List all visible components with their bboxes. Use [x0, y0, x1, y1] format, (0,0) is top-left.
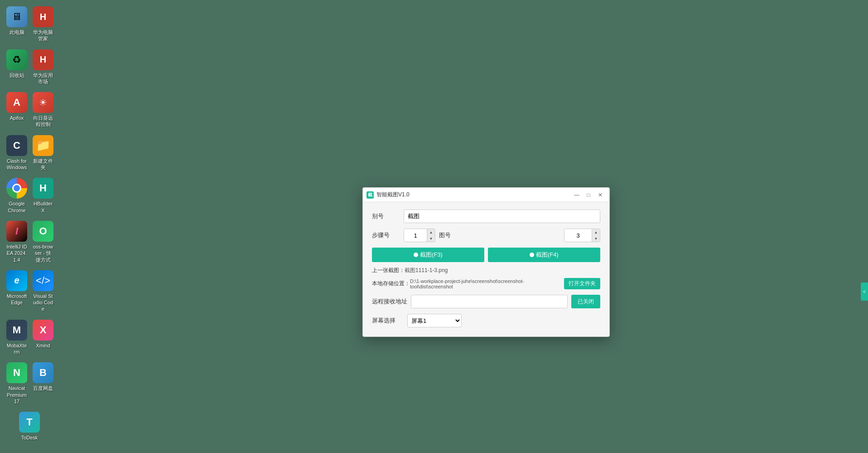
chrome-label: Google Chrome	[6, 200, 27, 214]
intellij-label: IntelliJ IDEA 2024.1.4	[6, 244, 27, 263]
pc-label: 此电脑	[10, 29, 24, 35]
desktop-icon-huawei-mgr[interactable]: H 华为电脑管家	[31, 5, 55, 44]
recycle-label: 回收站	[10, 72, 24, 78]
xmind-label: Xmind	[36, 342, 50, 349]
desktop-icon-edge[interactable]: e Microsoft Edge	[5, 268, 29, 314]
baidu-icon: B	[33, 362, 53, 383]
screenshot-f4-button[interactable]: 截图(F4)	[488, 248, 600, 262]
desktop-icons: 🖥 此电脑 H 华为电脑管家 ♻ 回收站 H 华为应用市场 A Apifox ☀…	[0, 0, 59, 448]
minimize-button[interactable]: —	[571, 190, 582, 200]
vscode-label: Visual Studio Code	[33, 293, 53, 312]
chrome-icon	[6, 178, 27, 199]
hbuilder-label: HBuilder X	[33, 200, 53, 214]
desktop-icon-clash[interactable]: C Clash for Windows	[5, 133, 29, 173]
step-spinner: ▲ ▼	[404, 229, 435, 242]
clash-icon: C	[6, 135, 27, 156]
desktop-icon-vscode[interactable]: </> Visual Studio Code	[31, 268, 55, 314]
last-screenshot-label: 上一张截图：	[372, 267, 405, 274]
folder-icon: 📁	[33, 135, 53, 156]
closed-button[interactable]: 已关闭	[571, 295, 600, 308]
title-bar: 截 智能截图V1.0 — □ ✕	[363, 188, 609, 202]
icon-row-9: T ToDesk	[2, 410, 57, 443]
edge-label: Microsoft Edge	[6, 293, 27, 306]
icon-row-2: A Apifox ☀ 向日葵远程控制	[2, 90, 57, 130]
baidu-label: 百度网盘	[33, 385, 53, 391]
side-arrow-button[interactable]: <	[861, 283, 868, 301]
desktop-icon-folder[interactable]: 📁 新建文件夹	[31, 133, 55, 173]
icon-row-8: N Navicat Premium 17 B 百度网盘	[2, 360, 57, 406]
icon-row-5: I IntelliJ IDEA 2024.1.4 O oss-browser -…	[2, 219, 57, 265]
desktop-icon-chrome[interactable]: Google Chrome	[5, 176, 29, 215]
screenshot-f3-button[interactable]: 截图(F3)	[372, 248, 484, 262]
remote-label: 远程接收地址	[372, 297, 407, 306]
oss-label: oss-browser - 快捷方式	[33, 244, 53, 263]
alias-row: 别号	[372, 209, 600, 223]
pc-icon: 🖥	[6, 6, 27, 27]
desktop-icon-recycle[interactable]: ♻ 回收站	[5, 48, 29, 87]
step-up-button[interactable]: ▲	[427, 229, 435, 235]
folder-label: 新建文件夹	[33, 158, 53, 171]
last-screenshot-row: 上一张截图： 截图1111-1-3.png	[372, 267, 600, 274]
window-controls: — □ ✕	[571, 190, 606, 200]
maximize-button[interactable]: □	[583, 190, 594, 200]
todesk-label: ToDesk	[21, 434, 38, 441]
screen-select[interactable]: 屏幕1 屏幕2	[407, 314, 462, 327]
icon-row-1: ♻ 回收站 H 华为应用市场	[2, 48, 57, 87]
last-screenshot-value: 截图1111-1-3.png	[405, 267, 600, 274]
remote-input[interactable]	[411, 295, 568, 308]
navicat-icon: N	[6, 362, 27, 383]
desktop-icon-todesk[interactable]: T ToDesk	[15, 410, 44, 443]
open-folder-button[interactable]: 打开文件夹	[564, 278, 600, 289]
huawei-store-label: 华为应用市场	[33, 72, 53, 85]
desktop-icon-apifox[interactable]: A Apifox	[5, 90, 29, 130]
step-down-button[interactable]: ▼	[427, 235, 435, 242]
hbuilder-icon: H	[33, 178, 53, 199]
desktop-icon-intellij[interactable]: I IntelliJ IDEA 2024.1.4	[5, 219, 29, 265]
desktop-icon-baidu[interactable]: B 百度网盘	[31, 360, 55, 406]
desktop-icon-navicat[interactable]: N Navicat Premium 17	[5, 360, 29, 406]
figure-spinner: ▲ ▼	[564, 229, 600, 242]
figure-label: 图号	[439, 231, 451, 239]
huawei-mgr-icon: H	[33, 6, 53, 27]
figure-up-button[interactable]: ▲	[592, 229, 600, 235]
navicat-label: Navicat Premium 17	[6, 385, 27, 404]
desktop-icon-mobaterm[interactable]: M MobaXterm	[5, 318, 29, 357]
app-window: 截 智能截图V1.0 — □ ✕ 别号 步骤号 ▲ ▼ 图号	[362, 187, 610, 337]
desktop-icon-xmind[interactable]: X Xmind	[31, 318, 55, 357]
local-storage-value: D:\1-workplace-project-juhe\screenshot\s…	[410, 278, 564, 289]
clash-label: Clash for Windows	[6, 158, 27, 171]
xmind-icon: X	[33, 320, 53, 341]
screenshot-f4-icon	[530, 253, 534, 257]
intellij-icon: I	[6, 221, 27, 242]
huawei-mgr-label: 华为电脑管家	[33, 29, 53, 42]
remote-icon: ☀	[33, 92, 53, 113]
desktop-icon-huawei-store[interactable]: H 华为应用市场	[31, 48, 55, 87]
window-body: 别号 步骤号 ▲ ▼ 图号 ▲ ▼	[363, 202, 609, 336]
screenshot-f3-label: 截图(F3)	[420, 251, 443, 259]
figure-down-button[interactable]: ▼	[592, 235, 600, 242]
step-input[interactable]	[404, 229, 427, 242]
icon-row-3: C Clash for Windows 📁 新建文件夹	[2, 133, 57, 173]
desktop-icon-oss[interactable]: O oss-browser - 快捷方式	[31, 219, 55, 265]
remote-label: 向日葵远程控制	[33, 115, 53, 128]
mobaterm-label: MobaXterm	[6, 342, 27, 356]
window-title: 智能截图V1.0	[376, 191, 571, 199]
icon-row-4: Google Chrome H HBuilder X	[2, 176, 57, 215]
app-icon: 截	[366, 191, 374, 199]
icon-row-7: M MobaXterm X Xmind	[2, 318, 57, 357]
alias-label: 别号	[372, 212, 404, 220]
edge-icon: e	[6, 270, 27, 291]
icon-row-6: e Microsoft Edge </> Visual Studio Code	[2, 268, 57, 314]
vscode-icon: </>	[33, 270, 53, 291]
alias-input[interactable]	[404, 209, 600, 223]
apifox-label: Apifox	[10, 115, 24, 121]
desktop-icon-pc[interactable]: 🖥 此电脑	[5, 5, 29, 44]
desktop-icon-remote[interactable]: ☀ 向日葵远程控制	[31, 90, 55, 130]
huawei-store-icon: H	[33, 49, 53, 70]
screenshot-buttons-row: 截图(F3) 截图(F4)	[372, 248, 600, 262]
screen-row: 屏幕选择 屏幕1 屏幕2	[372, 314, 600, 327]
remote-row: 远程接收地址 已关闭	[372, 295, 600, 308]
close-button[interactable]: ✕	[595, 190, 606, 200]
desktop-icon-hbuilder[interactable]: H HBuilder X	[31, 176, 55, 215]
figure-input[interactable]	[564, 229, 592, 242]
